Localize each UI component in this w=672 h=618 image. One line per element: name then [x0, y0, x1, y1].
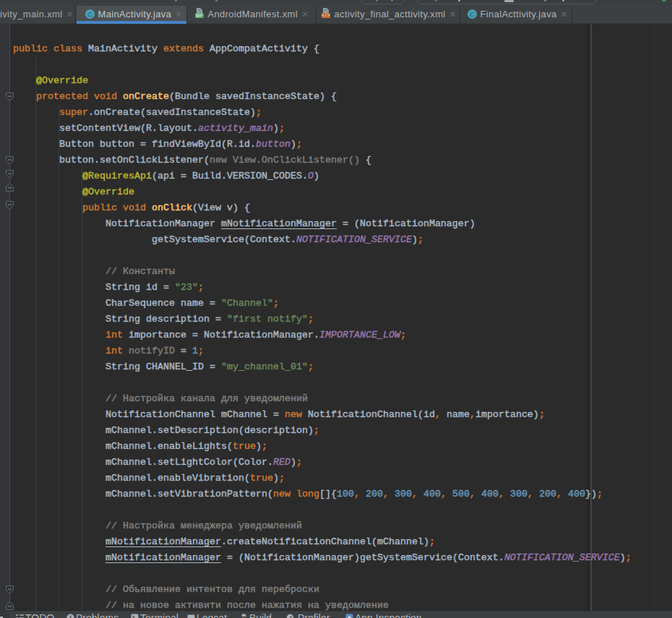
svg-text:MF: MF: [196, 13, 203, 18]
svg-text:</>: </>: [322, 13, 330, 18]
